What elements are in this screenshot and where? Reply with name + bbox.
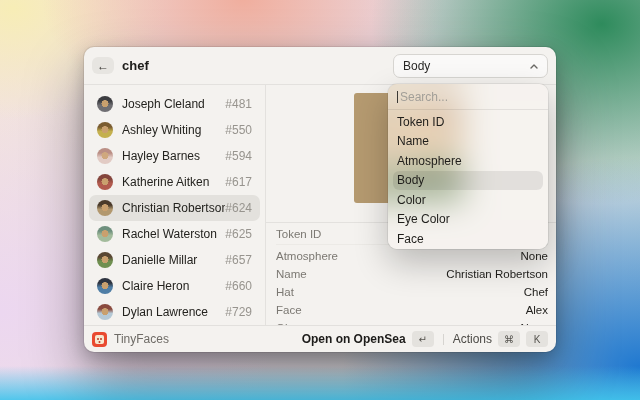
- list-item-name: Katherine Aitken: [122, 175, 225, 189]
- dropdown-search-field[interactable]: Search...: [388, 84, 548, 110]
- filter-dropdown-trigger[interactable]: Body: [393, 54, 548, 78]
- results-list: Joseph Cleland#481Ashley Whiting#550Hayl…: [84, 85, 265, 325]
- list-item-name: Danielle Millar: [122, 253, 225, 267]
- list-item-token: #481: [225, 97, 252, 111]
- list-item-name: Joseph Cleland: [122, 97, 225, 111]
- list-item-token: #660: [225, 279, 252, 293]
- metadata-label: Face: [276, 304, 526, 316]
- avatar: [97, 278, 113, 294]
- footer-bar: TinyFaces Open on OpenSea ↵ Actions ⌘ K: [84, 325, 556, 352]
- chevron-up-icon: [530, 64, 538, 69]
- dropdown-item[interactable]: Face: [393, 229, 543, 249]
- list-item[interactable]: Danielle Millar#657: [89, 247, 260, 273]
- actions-button[interactable]: Actions: [453, 332, 492, 346]
- header: ← chef Body: [84, 47, 556, 85]
- dropdown-item[interactable]: Atmosphere: [393, 151, 543, 171]
- avatar: [97, 96, 113, 112]
- dropdown-item[interactable]: Body: [393, 171, 543, 191]
- list-item-name: Dylan Lawrence: [122, 305, 225, 319]
- metadata-value: None: [521, 250, 549, 262]
- list-item-token: #617: [225, 175, 252, 189]
- footer-separator: [443, 334, 444, 345]
- enter-key-icon[interactable]: ↵: [412, 331, 434, 347]
- metadata-row: HatChef: [276, 283, 548, 301]
- list-item-name: Ashley Whiting: [122, 123, 225, 137]
- dropdown-search-placeholder: Search...: [400, 90, 448, 104]
- open-on-opensea-button[interactable]: Open on OpenSea: [302, 332, 406, 346]
- dropdown-item[interactable]: Color: [393, 190, 543, 210]
- back-arrow-icon: ←: [97, 59, 109, 73]
- tinyfaces-window: ← chef Body Joseph Cleland#481Ashley Whi…: [84, 47, 556, 352]
- tinyfaces-logo-icon: [92, 332, 107, 347]
- dropdown-item-list: Token IDNameAtmosphereBodyColorEye Color…: [388, 110, 548, 249]
- list-item[interactable]: Ashley Whiting#550: [89, 117, 260, 143]
- avatar: [97, 200, 113, 216]
- list-item[interactable]: Dylan Lawrence#729: [89, 299, 260, 325]
- list-item[interactable]: Christian Robertson#624: [89, 195, 260, 221]
- dropdown-item[interactable]: Eye Color: [393, 210, 543, 230]
- list-item[interactable]: Katherine Aitken#617: [89, 169, 260, 195]
- back-button[interactable]: ←: [92, 57, 114, 74]
- list-item[interactable]: Rachel Waterston#625: [89, 221, 260, 247]
- k-key-icon[interactable]: K: [526, 331, 548, 347]
- list-item[interactable]: Joseph Cleland#481: [89, 91, 260, 117]
- list-item[interactable]: Claire Heron#660: [89, 273, 260, 299]
- list-item-token: #625: [225, 227, 252, 241]
- metadata-value: Chef: [524, 286, 548, 298]
- metadata-label: Name: [276, 268, 446, 280]
- dropdown-item[interactable]: Name: [393, 132, 543, 152]
- list-item[interactable]: Hayley Barnes#594: [89, 143, 260, 169]
- avatar: [97, 174, 113, 190]
- avatar: [97, 148, 113, 164]
- avatar: [97, 252, 113, 268]
- list-item-name: Christian Robertson: [122, 201, 225, 215]
- avatar: [97, 226, 113, 242]
- list-item-token: #594: [225, 149, 252, 163]
- metadata-row: AtmosphereNone: [276, 247, 548, 265]
- list-item-token: #550: [225, 123, 252, 137]
- dropdown-item[interactable]: Token ID: [393, 112, 543, 132]
- metadata-label: Hat: [276, 286, 524, 298]
- metadata-value: Christian Robertson: [446, 268, 548, 280]
- text-cursor: [397, 91, 398, 103]
- footer-actions: Open on OpenSea ↵ Actions ⌘ K: [302, 331, 548, 347]
- cmd-key-icon[interactable]: ⌘: [498, 331, 520, 347]
- list-item-name: Claire Heron: [122, 279, 225, 293]
- avatar: [97, 122, 113, 138]
- metadata-row: NameChristian Robertson: [276, 265, 548, 283]
- avatar: [97, 304, 113, 320]
- search-query[interactable]: chef: [122, 58, 149, 73]
- metadata-row: FaceAlex: [276, 301, 548, 319]
- list-item-token: #624: [225, 201, 252, 215]
- list-item-name: Rachel Waterston: [122, 227, 225, 241]
- list-item-name: Hayley Barnes: [122, 149, 225, 163]
- app-name: TinyFaces: [114, 332, 302, 346]
- metadata-label: Atmosphere: [276, 250, 521, 262]
- desktop-wallpaper: ← chef Body Joseph Cleland#481Ashley Whi…: [0, 0, 640, 400]
- list-item-token: #657: [225, 253, 252, 267]
- metadata-value: Alex: [526, 304, 548, 316]
- filter-selected-value: Body: [403, 59, 530, 73]
- list-item-token: #729: [225, 305, 252, 319]
- filter-dropdown-panel: Search... Token IDNameAtmosphereBodyColo…: [388, 84, 548, 249]
